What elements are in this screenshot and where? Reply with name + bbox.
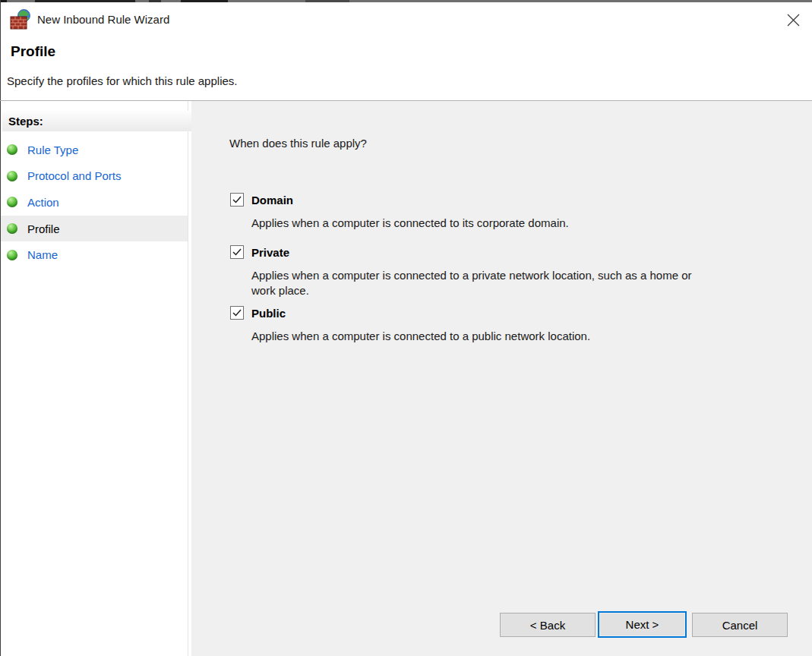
back-button[interactable]: < Back — [500, 613, 596, 637]
step-status-icon — [7, 197, 17, 207]
profile-option-public: Public Applies when a computer is connec… — [230, 306, 724, 344]
profile-row: Public — [230, 306, 724, 320]
step-label: Rule Type — [27, 144, 78, 156]
close-icon — [787, 14, 800, 27]
step-label: Protocol and Ports — [27, 169, 121, 182]
step-label: Name — [27, 248, 58, 261]
profile-row: Domain — [230, 193, 724, 207]
cancel-button[interactable]: Cancel — [692, 613, 788, 637]
checkmark-icon — [232, 309, 242, 317]
sidebar-item-name[interactable]: Name — [1, 241, 188, 268]
domain-checkbox-label[interactable]: Domain — [251, 193, 293, 207]
steps-list: Rule Type Protocol and Ports Action Prof… — [1, 137, 188, 268]
step-status-icon — [7, 250, 17, 260]
private-checkbox-label[interactable]: Private — [251, 245, 289, 260]
steps-sidebar: Steps: Rule Type Protocol and Ports Acti… — [1, 101, 188, 656]
public-description: Applies when a computer is connected to … — [251, 329, 712, 344]
domain-description: Applies when a computer is connected to … — [251, 216, 712, 231]
private-description: Applies when a computer is connected to … — [251, 268, 712, 298]
content-panel: When does this rule apply? Domain Applie… — [191, 101, 812, 656]
firewall-icon — [9, 8, 32, 31]
step-status-icon — [7, 223, 17, 234]
checkmark-icon — [232, 196, 242, 203]
step-label: Profile — [27, 222, 60, 235]
profile-option-domain: Domain Applies when a computer is connec… — [230, 193, 724, 231]
page-subtitle: Specify the profiles for which this rule… — [7, 74, 237, 87]
step-label: Action — [27, 196, 59, 209]
close-button[interactable] — [784, 11, 802, 29]
sidebar-item-profile[interactable]: Profile — [1, 216, 188, 242]
window-title: New Inbound Rule Wizard — [37, 13, 169, 26]
domain-checkbox[interactable] — [230, 193, 244, 207]
sidebar-item-rule-type[interactable]: Rule Type — [1, 137, 188, 163]
sidebar-item-protocol-and-ports[interactable]: Protocol and Ports — [1, 163, 188, 190]
sidebar-item-action[interactable]: Action — [1, 189, 188, 216]
steps-heading: Steps: — [2, 111, 192, 131]
next-button[interactable]: Next > — [598, 611, 687, 638]
page-title: Profile — [11, 43, 55, 60]
profile-option-private: Private Applies when a computer is conne… — [230, 245, 724, 298]
public-checkbox-label[interactable]: Public — [251, 306, 286, 320]
step-status-icon — [7, 144, 17, 155]
title-bar: New Inbound Rule Wizard — [1, 2, 811, 37]
question-text: When does this rule apply? — [229, 137, 367, 150]
checkmark-icon — [232, 248, 242, 256]
step-status-icon — [7, 171, 17, 181]
public-checkbox[interactable] — [230, 306, 244, 320]
profile-row: Private — [230, 245, 724, 260]
wizard-header: Profile Specify the profiles for which t… — [1, 36, 811, 100]
private-checkbox[interactable] — [230, 245, 244, 259]
